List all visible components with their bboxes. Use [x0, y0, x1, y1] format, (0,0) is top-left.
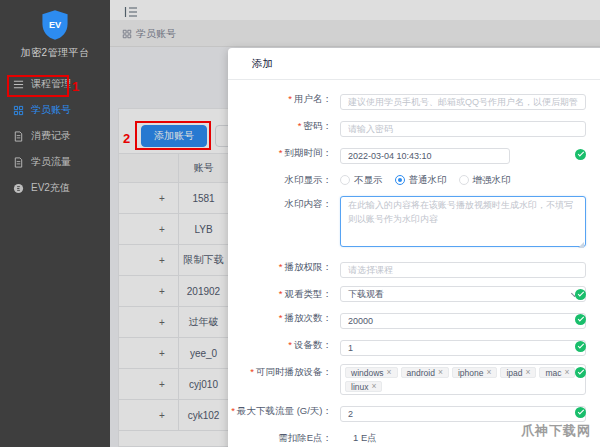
- valid-check-icon: [575, 289, 586, 300]
- password-input[interactable]: [340, 121, 586, 137]
- radio-circle-icon: [395, 175, 405, 185]
- field-password: *密码：: [228, 118, 600, 137]
- sidebar-item-label: 学员账号: [31, 103, 71, 117]
- required-asterisk: *: [298, 120, 302, 131]
- valid-check-icon: [575, 407, 586, 418]
- radio-normal-watermark[interactable]: 普通水印: [395, 174, 447, 187]
- valid-check-icon: [575, 341, 586, 352]
- app-window: EV 加密2管理平台 课程管理 学员账号 消费记录 学员流量: [0, 0, 600, 447]
- expire-time-input[interactable]: [340, 148, 510, 164]
- modal-title: 添加: [228, 48, 600, 80]
- devices-multiselect[interactable]: windows× android× iphone× ipad× mac× lin…: [340, 364, 586, 395]
- sidebar-item-student-traffic[interactable]: 学员流量: [0, 149, 110, 175]
- field-label: 用户名：: [294, 93, 332, 104]
- device-tag: mac×: [539, 367, 575, 378]
- app-logo: EV 加密2管理平台: [0, 0, 110, 60]
- sidebar: EV 加密2管理平台 课程管理 学员账号 消费记录 学员流量: [0, 0, 110, 447]
- required-asterisk: *: [288, 339, 292, 350]
- sidebar-item-ev2-recharge[interactable]: EV2充值: [0, 175, 110, 201]
- field-watermark-display: 水印显示： 不显示 普通水印 增强水印: [228, 172, 600, 188]
- remove-tag-icon[interactable]: ×: [438, 368, 443, 377]
- field-username: *用户名：: [228, 91, 600, 110]
- remove-tag-icon[interactable]: ×: [387, 368, 392, 377]
- required-asterisk: *: [231, 405, 235, 416]
- app-title: 加密2管理平台: [20, 46, 89, 60]
- sidebar-item-label: 消费记录: [31, 129, 71, 143]
- site-watermark: 爪神下载网: [521, 422, 591, 440]
- field-label: 观看类型：: [285, 288, 333, 299]
- view-type-select[interactable]: 下载观看: [340, 286, 586, 302]
- svg-text:EV: EV: [49, 20, 62, 30]
- field-watermark-content: 水印内容：: [228, 196, 600, 251]
- field-label: 水印显示：: [285, 174, 333, 185]
- sidebar-item-label: 课程管理: [31, 77, 71, 91]
- device-count-input[interactable]: [340, 340, 586, 356]
- device-tag: ipad×: [500, 367, 536, 378]
- required-asterisk: *: [279, 288, 283, 299]
- device-tag: iphone×: [452, 367, 498, 378]
- annotation-step2-number: 2: [123, 131, 130, 146]
- document-icon: [13, 157, 24, 168]
- field-expire-time: *到期时间：: [228, 145, 600, 164]
- remove-tag-icon[interactable]: ×: [486, 368, 491, 377]
- field-label: 播放次数：: [285, 312, 333, 323]
- required-asterisk: *: [279, 261, 283, 272]
- device-tag: windows×: [345, 367, 398, 378]
- remove-tag-icon[interactable]: ×: [525, 368, 530, 377]
- add-account-modal: 添加 *用户名： *密码： *到期时间： 水印显示：: [228, 48, 600, 447]
- field-label: 最大下载流量 (G/天)：: [237, 405, 332, 416]
- valid-check-icon: [575, 367, 586, 378]
- watermark-content-textarea[interactable]: [340, 196, 586, 247]
- required-asterisk: *: [288, 93, 292, 104]
- required-asterisk: *: [279, 312, 283, 323]
- sidebar-item-label: 学员流量: [31, 155, 71, 169]
- add-account-form: *用户名： *密码： *到期时间： 水印显示： 不显示 普: [228, 80, 600, 447]
- field-max-download-traffic: *最大下载流量 (G/天)：: [228, 403, 600, 422]
- grid-icon: [13, 105, 24, 116]
- document-icon: [13, 131, 24, 142]
- field-label: 播放权限：: [285, 261, 333, 272]
- field-label: 水印内容：: [285, 198, 333, 209]
- required-asterisk: *: [279, 147, 283, 158]
- sidebar-menu: 课程管理 学员账号 消费记录 学员流量 EV2充值: [0, 71, 110, 201]
- max-traffic-input[interactable]: [340, 406, 586, 422]
- list-icon: [13, 79, 24, 90]
- watermark-display-radio-group: 不显示 普通水印 增强水印: [340, 172, 586, 188]
- field-play-count: *播放次数：: [228, 310, 600, 329]
- field-label: 到期时间：: [285, 147, 333, 158]
- valid-check-icon: [575, 149, 586, 160]
- field-label: 可同时播放设备：: [256, 366, 332, 377]
- required-asterisk: *: [250, 366, 254, 377]
- field-label: 密码：: [304, 120, 333, 131]
- field-simultaneous-devices: *可同时播放设备： windows× android× iphone× ipad…: [228, 364, 600, 395]
- sidebar-item-consumption-records[interactable]: 消费记录: [0, 123, 110, 149]
- remove-tag-icon[interactable]: ×: [565, 368, 570, 377]
- field-view-type: *观看类型： 下载观看: [228, 286, 600, 302]
- valid-check-icon: [575, 314, 586, 325]
- resize-handle[interactable]: [578, 242, 584, 248]
- username-input[interactable]: [340, 94, 586, 110]
- device-tag: linux×: [345, 381, 382, 392]
- sidebar-item-course-management[interactable]: 课程管理: [0, 71, 110, 97]
- device-tag: android×: [401, 367, 449, 378]
- annotation-step1-number: 1: [72, 79, 79, 94]
- field-label: 设备数：: [294, 339, 332, 350]
- radio-no-display[interactable]: 不显示: [340, 174, 383, 187]
- play-permission-input[interactable]: [340, 262, 586, 278]
- radio-circle-icon: [459, 175, 469, 185]
- field-device-count: *设备数：: [228, 337, 600, 356]
- remove-tag-icon[interactable]: ×: [371, 382, 376, 391]
- radio-enhanced-watermark[interactable]: 增强水印: [459, 174, 511, 187]
- radio-circle-icon: [340, 175, 350, 185]
- field-play-permission: *播放权限：: [228, 259, 600, 278]
- coin-icon: [13, 183, 24, 194]
- sidebar-item-student-accounts[interactable]: 学员账号: [0, 97, 110, 123]
- sidebar-item-label: EV2充值: [31, 181, 70, 195]
- shield-logo-icon: EV: [41, 9, 69, 41]
- field-label: 需扣除E点：: [278, 432, 332, 443]
- play-count-input[interactable]: [340, 313, 586, 329]
